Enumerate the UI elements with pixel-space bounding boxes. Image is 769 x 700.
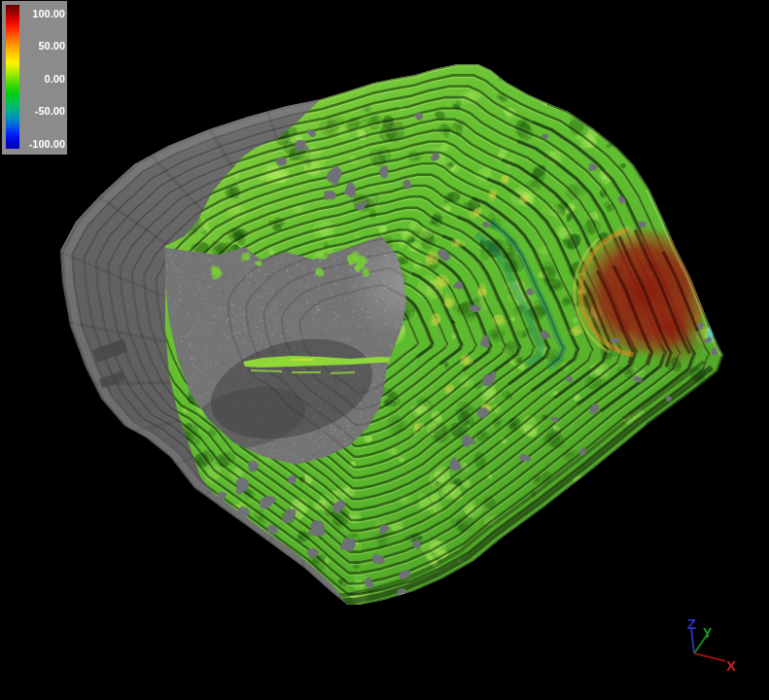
legend-tick-label-1: 50.00 [38, 40, 65, 52]
legend-tick-label-2: 0.00 [45, 73, 65, 85]
color-scale-gradient-bar [6, 5, 19, 149]
application-viewport: Z Y X 100.00 50.00 0.00 -50.00 -100.00 [0, 0, 769, 700]
legend-tick-label-3: -50.00 [35, 105, 65, 117]
pit-model-3d-canvas[interactable] [0, 0, 769, 700]
legend-tick-label-0: 100.00 [32, 8, 65, 19]
legend-tick-label-4: -100.00 [29, 138, 65, 150]
color-scale-legend: 100.00 50.00 0.00 -50.00 -100.00 [2, 1, 67, 155]
